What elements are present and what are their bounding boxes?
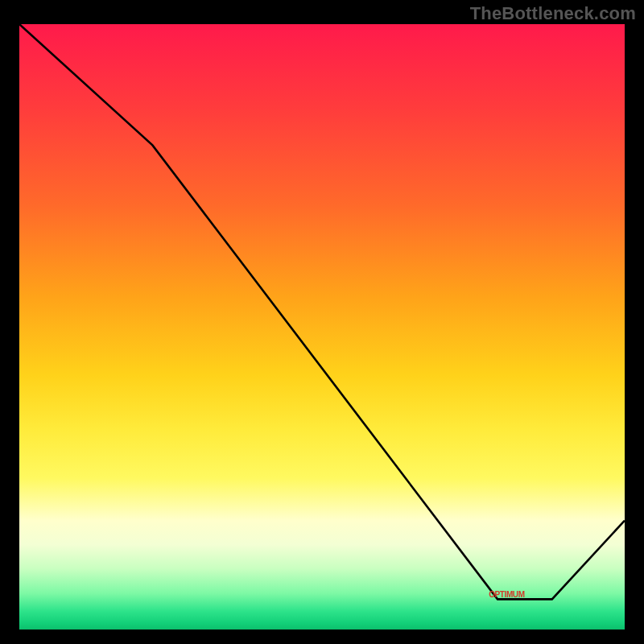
chart-stage: TheBottleneck.com OPTIMUM [0,0,644,644]
plot-area: OPTIMUM [19,24,625,630]
optimum-annotation: OPTIMUM [489,589,524,598]
watermark-text: TheBottleneck.com [470,3,636,24]
chart-svg [19,24,625,630]
series-line [19,24,625,599]
